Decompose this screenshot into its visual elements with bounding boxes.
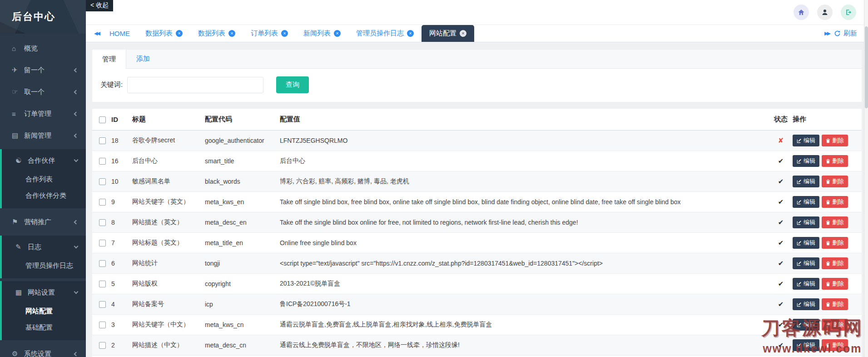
cell-code: icp xyxy=(205,294,280,315)
edit-button[interactable]: 编辑 xyxy=(793,339,819,351)
delete-button[interactable]: 删除 xyxy=(822,339,848,351)
status-enabled-icon[interactable]: ✔ xyxy=(778,259,784,267)
sidebar-item[interactable]: ⚙系统设置 xyxy=(0,343,86,357)
sidebar-subitem[interactable]: 合作伙伴分类 xyxy=(2,187,86,204)
home-button[interactable] xyxy=(794,5,809,20)
delete-button[interactable]: 删除 xyxy=(822,319,848,331)
edit-button[interactable]: 编辑 xyxy=(793,176,819,187)
cell-actions: 编辑删除 xyxy=(793,294,862,315)
edit-button[interactable]: 编辑 xyxy=(793,216,819,228)
status-enabled-icon[interactable]: ✔ xyxy=(778,300,784,308)
row-checkbox[interactable] xyxy=(99,158,106,165)
sidebar-subitem[interactable]: 基础配置 xyxy=(2,319,86,336)
close-tab-icon[interactable]: × xyxy=(334,30,341,37)
close-tab-icon[interactable]: × xyxy=(407,30,414,37)
refresh-label: 刷新 xyxy=(843,29,857,38)
edit-button[interactable]: 编辑 xyxy=(793,298,819,310)
sidebar-item[interactable]: ☯合作伙伴 xyxy=(2,150,86,171)
cell-code: meta_title_en xyxy=(205,233,280,253)
edit-button[interactable]: 编辑 xyxy=(793,196,819,208)
cell-title: 网站描述（英文） xyxy=(132,212,205,233)
status-enabled-icon[interactable]: ✔ xyxy=(778,198,784,206)
edit-button[interactable]: 编辑 xyxy=(793,319,819,331)
cell-code: meta_desc_cn xyxy=(205,335,280,356)
sidebar-item[interactable]: ⚑营销推广 xyxy=(0,211,86,233)
cell-code: meta_kws_cn xyxy=(205,315,280,335)
tab[interactable]: 订单列表× xyxy=(243,25,296,42)
sidebar-item[interactable]: ⌂概览 xyxy=(0,37,86,59)
delete-button[interactable]: 删除 xyxy=(822,216,848,228)
user-button[interactable] xyxy=(817,5,833,20)
close-tab-icon[interactable]: × xyxy=(460,30,466,37)
edit-button[interactable]: 编辑 xyxy=(793,135,819,146)
status-disabled-icon[interactable]: ✘ xyxy=(778,136,784,144)
sidebar-item[interactable]: ▤新闻管理 xyxy=(0,125,86,146)
chevron-left-icon xyxy=(74,352,79,356)
row-checkbox[interactable] xyxy=(99,342,106,349)
delete-button[interactable]: 删除 xyxy=(822,155,848,167)
tab[interactable]: 管理员操作日志× xyxy=(348,25,422,42)
row-checkbox[interactable] xyxy=(99,260,106,267)
status-enabled-icon[interactable]: ✔ xyxy=(778,157,784,165)
tab[interactable]: HOME xyxy=(102,25,138,42)
tab[interactable]: 新闻列表× xyxy=(296,25,348,42)
sidebar-item[interactable]: ▦网站设置 xyxy=(2,282,86,303)
edit-button[interactable]: 编辑 xyxy=(793,257,819,269)
status-enabled-icon[interactable]: ✔ xyxy=(778,177,784,185)
close-tab-icon[interactable]: × xyxy=(281,30,288,37)
cell-value: 博彩, 六合彩, 赔率, 高频彩, 赌博, 毒品, 老虎机 xyxy=(280,171,769,192)
delete-button[interactable]: 删除 xyxy=(822,135,848,146)
edit-button[interactable]: 编辑 xyxy=(793,278,819,290)
status-enabled-icon[interactable]: ✔ xyxy=(778,321,784,328)
sidebar-subitem[interactable]: 合作列表 xyxy=(2,171,86,187)
row-checkbox[interactable] xyxy=(99,137,106,144)
sidebar-item[interactable]: ☞取一个 xyxy=(0,81,86,103)
row-checkbox[interactable] xyxy=(99,199,106,206)
delete-button[interactable]: 删除 xyxy=(822,278,848,290)
sidebar-item[interactable]: ✎日志 xyxy=(2,236,86,257)
delete-button[interactable]: 删除 xyxy=(822,257,848,269)
edit-button[interactable]: 编辑 xyxy=(793,155,819,167)
row-checkbox[interactable] xyxy=(99,281,106,287)
sidebar-subitem[interactable]: 管理员操作日志 xyxy=(2,257,86,274)
status-enabled-icon[interactable]: ✔ xyxy=(778,239,784,246)
edit-button[interactable]: 编辑 xyxy=(793,237,819,249)
tab-manage[interactable]: 管理 xyxy=(92,50,126,69)
vertical-scrollbar[interactable] xyxy=(864,0,868,357)
scrollbar-thumb[interactable] xyxy=(865,26,868,108)
close-tab-icon[interactable]: × xyxy=(228,30,235,37)
sidebar-item[interactable]: ✈留一个 xyxy=(0,59,86,81)
row-checkbox[interactable] xyxy=(99,240,106,246)
tab-add[interactable]: 添加 xyxy=(126,50,160,68)
keyword-input[interactable] xyxy=(127,77,263,93)
scroll-tabs-right-icon[interactable]: ▶▶ xyxy=(822,30,834,36)
search-button[interactable]: 查询 xyxy=(276,76,309,93)
status-enabled-icon[interactable]: ✔ xyxy=(778,341,784,349)
delete-button[interactable]: 删除 xyxy=(822,237,848,249)
row-checkbox[interactable] xyxy=(99,322,106,328)
cell-value: LFNTZJ5EGHSQRLMO xyxy=(280,131,769,151)
delete-button[interactable]: 删除 xyxy=(822,298,848,310)
sidebar-subitem[interactable]: 网站配置 xyxy=(2,303,86,319)
delete-button[interactable]: 删除 xyxy=(822,196,848,208)
select-all-checkbox[interactable] xyxy=(99,116,106,123)
status-enabled-icon[interactable]: ✔ xyxy=(778,280,784,287)
col-action: 操作 xyxy=(793,109,862,131)
delete-button[interactable]: 删除 xyxy=(822,176,848,187)
status-enabled-icon[interactable]: ✔ xyxy=(778,218,784,226)
row-checkbox[interactable] xyxy=(99,219,106,226)
scroll-tabs-left-icon[interactable]: ◀◀ xyxy=(86,30,102,36)
col-code: 配置代码 xyxy=(205,109,280,131)
sidebar-item[interactable]: ≡订单管理 xyxy=(0,103,86,125)
close-tab-icon[interactable]: × xyxy=(176,30,183,37)
refresh-button[interactable]: 刷新 xyxy=(834,29,868,38)
tab[interactable]: 数据列表× xyxy=(138,25,190,42)
collapse-sidebar-button[interactable]: < 收起 xyxy=(86,0,113,11)
row-checkbox[interactable] xyxy=(99,178,106,185)
col-id: ID xyxy=(111,109,132,131)
tab[interactable]: 数据列表× xyxy=(190,25,243,42)
row-checkbox[interactable] xyxy=(99,301,106,308)
sidebar-item-label: 营销推广 xyxy=(24,218,74,226)
logout-button[interactable] xyxy=(841,5,856,20)
tab[interactable]: 网站配置× xyxy=(422,25,474,42)
